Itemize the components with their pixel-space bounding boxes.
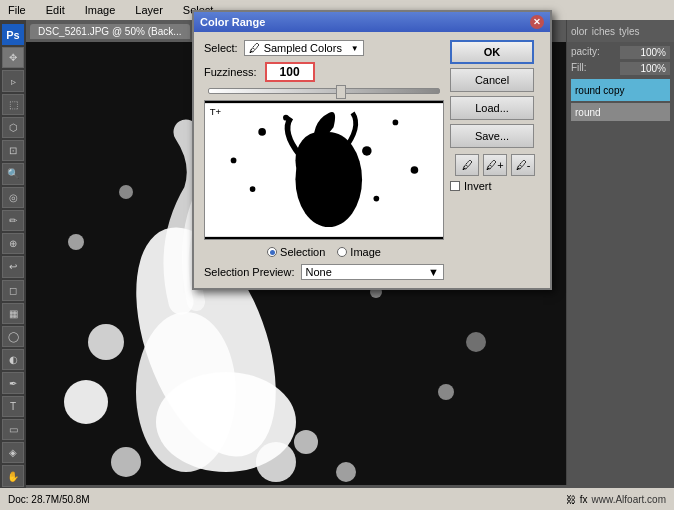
menu-image[interactable]: Image (81, 3, 120, 17)
tool-shape[interactable]: ▭ (2, 419, 24, 440)
svg-point-4 (88, 324, 124, 360)
radio-row: Selection Image (204, 246, 444, 258)
tool-move[interactable]: ✥ (2, 47, 24, 68)
select-row: Select: 🖊 Sampled Colors ▼ (204, 40, 444, 56)
svg-point-7 (256, 442, 296, 482)
eyedropper-button[interactable]: 🖊 (455, 154, 479, 176)
svg-point-8 (294, 430, 318, 454)
invert-row: Invert (450, 180, 540, 192)
tool-text[interactable]: T (2, 396, 24, 417)
svg-point-16 (466, 332, 486, 352)
tool-arrow[interactable]: ▹ (2, 70, 24, 91)
fuzziness-input[interactable] (265, 62, 315, 82)
gray-layer[interactable]: round (571, 103, 670, 121)
eyedropper-sub-button[interactable]: 🖊- (511, 154, 535, 176)
canvas-tab[interactable]: DSC_5261.JPG @ 50% (Back... (30, 24, 190, 39)
blue-layer[interactable]: round copy (571, 79, 670, 101)
select-value: Sampled Colors (264, 42, 342, 54)
tool-hand[interactable]: ✋ (2, 465, 24, 486)
preview-image: T+ (204, 100, 444, 240)
dialog-titlebar: Color Range ✕ (194, 12, 550, 32)
eyedropper-add-icon: 🖊+ (486, 159, 503, 171)
svg-point-25 (374, 196, 380, 202)
selection-preview-value: None (306, 266, 332, 278)
tool-lasso[interactable]: ⬚ (2, 94, 24, 115)
fuzziness-row: Fuzziness: (204, 62, 444, 82)
tool-crop[interactable]: ⊡ (2, 140, 24, 161)
save-button[interactable]: Save... (450, 124, 534, 148)
fuzziness-slider-track (208, 88, 440, 94)
panel-tab-inches[interactable]: iches (592, 26, 615, 37)
right-panel: olor iches tyles pacity: 100% Fill: 100%… (566, 20, 674, 485)
fill-value[interactable]: 100% (620, 62, 670, 75)
svg-point-22 (393, 120, 399, 126)
radio-image-circle (337, 247, 347, 257)
svg-point-24 (411, 166, 419, 174)
svg-point-21 (258, 128, 266, 136)
menu-edit[interactable]: Edit (42, 3, 69, 17)
ps-toolbar: Ps ✥ ▹ ⬚ ⬡ ⊡ 🔍 ◎ ✏ ⊕ ↩ ◻ ▦ ◯ ◐ ✒ T ▭ ◈ ✋… (0, 20, 26, 510)
tool-history[interactable]: ↩ (2, 256, 24, 277)
menu-file[interactable]: File (4, 3, 30, 17)
tool-stamp[interactable]: ⊕ (2, 233, 24, 254)
color-range-dialog[interactable]: Color Range ✕ Select: 🖊 Sampled Colors ▼ (192, 10, 552, 290)
load-button[interactable]: Load... (450, 96, 534, 120)
fill-label: Fill: (571, 62, 587, 73)
fill-row: Fill: 100% (571, 62, 670, 75)
eyedropper-main-icon: 🖊 (462, 159, 473, 171)
svg-point-10 (68, 234, 84, 250)
eyedropper-sub-icon: 🖊- (516, 159, 531, 171)
svg-point-28 (283, 115, 289, 121)
selection-preview-row: Selection Preview: None ▼ (204, 264, 444, 280)
svg-point-26 (250, 186, 256, 192)
eyedropper-row: 🖊 🖊+ 🖊- (450, 154, 540, 176)
dialog-left-col: Select: 🖊 Sampled Colors ▼ Fuzziness: (204, 40, 444, 280)
radio-image[interactable]: Image (337, 246, 381, 258)
invert-label: Invert (464, 180, 492, 192)
ok-button[interactable]: OK (450, 40, 534, 64)
panel-tab-color[interactable]: olor (571, 26, 588, 37)
svg-point-9 (336, 462, 356, 482)
tool-eraser[interactable]: ◻ (2, 280, 24, 301)
preview-dropdown-arrow-icon: ▼ (428, 266, 439, 278)
eyedropper-add-button[interactable]: 🖊+ (483, 154, 507, 176)
invert-checkbox[interactable] (450, 181, 460, 191)
tool-pen[interactable]: ✒ (2, 372, 24, 393)
bottom-bar: Doc: 28.7M/50.8M ⛓ fx www.Alfoart.com (0, 488, 674, 510)
eyedropper-icon: 🖊 (249, 42, 260, 54)
fuzziness-slider-thumb[interactable] (336, 85, 346, 99)
fuzziness-slider-container (204, 88, 444, 94)
opacity-label: pacity: (571, 46, 600, 57)
tool-spot[interactable]: ◎ (2, 187, 24, 208)
svg-point-27 (362, 146, 372, 156)
menu-layer[interactable]: Layer (131, 3, 167, 17)
selection-preview-dropdown[interactable]: None ▼ (301, 264, 445, 280)
fuzziness-label: Fuzziness: (204, 66, 257, 78)
tool-3d[interactable]: ◈ (2, 442, 24, 463)
opacity-row: pacity: 100% (571, 46, 670, 59)
tool-gradient[interactable]: ▦ (2, 303, 24, 324)
opacity-value[interactable]: 100% (620, 46, 670, 59)
tool-magic[interactable]: ⬡ (2, 117, 24, 138)
select-label: Select: (204, 42, 238, 54)
cancel-button[interactable]: Cancel (450, 68, 534, 92)
svg-text:T+: T+ (210, 106, 222, 117)
ps-logo: Ps (2, 24, 24, 45)
tool-blur[interactable]: ◯ (2, 326, 24, 347)
svg-point-5 (64, 380, 108, 424)
radio-selection-circle (267, 247, 277, 257)
tool-dodge[interactable]: ◐ (2, 349, 24, 370)
dropdown-arrow-icon: ▼ (351, 44, 359, 53)
selection-preview-label: Selection Preview: (204, 266, 295, 278)
panel-section: pacity: 100% Fill: 100% round copy round (567, 42, 674, 125)
radio-selection[interactable]: Selection (267, 246, 325, 258)
panel-tab-styles[interactable]: tyles (619, 26, 640, 37)
select-dropdown[interactable]: 🖊 Sampled Colors ▼ (244, 40, 364, 56)
tool-brush[interactable]: ✏ (2, 210, 24, 231)
doc-info: Doc: 28.7M/50.8M (8, 494, 90, 505)
tool-eyedropper[interactable]: 🔍 (2, 163, 24, 184)
radio-image-label: Image (350, 246, 381, 258)
svg-point-13 (119, 185, 133, 199)
dialog-close-button[interactable]: ✕ (530, 15, 544, 29)
watermark: www.Alfoart.com (592, 494, 666, 505)
